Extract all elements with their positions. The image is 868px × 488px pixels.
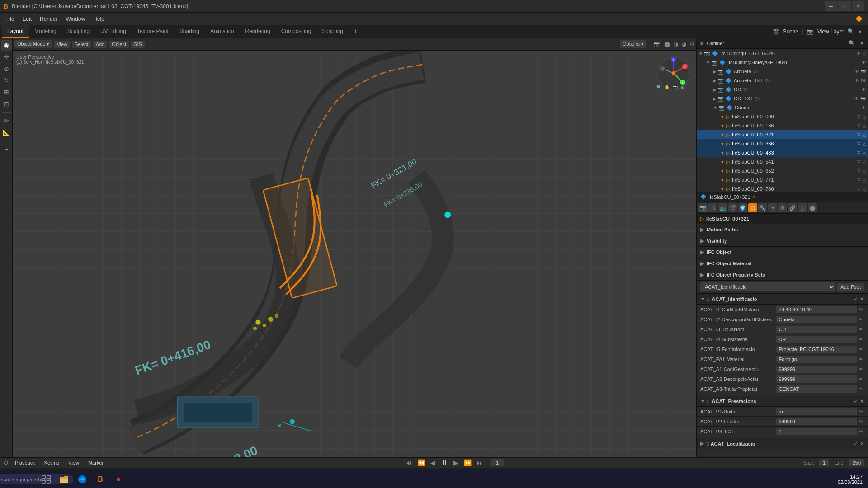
x-icon2[interactable]: ✕ — [860, 398, 864, 404]
start-frame-input[interactable]: 1 — [819, 459, 829, 466]
tab-modeling[interactable]: Modeling — [29, 25, 62, 38]
outliner-item-arqueta[interactable]: ▶ 📷 🔷 Arqueta ▽₇ 👁 📷 — [697, 67, 868, 76]
sidebar-move-icon[interactable]: ⊕ — [1, 63, 12, 74]
prop-value-a3[interactable]: GENCAT — [776, 385, 858, 393]
outliner-item-storey[interactable]: ▼ 📷 🔷 IfcBuildingStorey/GF-19046 👁 — [697, 58, 868, 67]
viewport-options[interactable]: Options ▾ — [620, 40, 646, 48]
viewport-shading-solid-icon[interactable]: ⬤ — [664, 41, 670, 47]
menu-render[interactable]: Render — [36, 15, 61, 23]
ifc-object-header[interactable]: ▶ IFC Object — [697, 247, 868, 258]
navigation-gizmo[interactable]: X -X Y Z — [656, 55, 692, 91]
outliner-item-building[interactable]: ▼ 📷 🔷 IfcBuildingB_CGT-19046 👁 ▽ — [697, 49, 868, 58]
outliner-item-cu136[interactable]: ▼ ▷ IfcSlabCU_00+136 ▽ △ — [697, 121, 868, 130]
close-button[interactable]: ✕ — [852, 1, 864, 11]
play-icon[interactable]: ▶ — [453, 459, 458, 466]
visibility-icon[interactable]: 👁 — [854, 96, 859, 101]
sidebar-cursor-icon[interactable]: ✛ — [1, 52, 12, 62]
x-icon[interactable]: ✕ — [860, 296, 864, 302]
data-props-icon[interactable]: △ — [798, 203, 807, 212]
prop-value-i4[interactable]: DR — [776, 336, 858, 343]
edit-icon-a3[interactable]: ✏ — [857, 385, 864, 393]
outliner-search-icon[interactable]: 🔍 — [849, 40, 855, 46]
prop-value-pa1[interactable]: Formigo — [776, 356, 858, 363]
select-menu[interactable]: Select — [72, 41, 91, 48]
visibility-icon[interactable]: 👁 — [854, 69, 859, 74]
edit-icon-i2[interactable]: ✏ — [857, 316, 864, 323]
outliner-item-cu000[interactable]: ▼ ▷ IfcSlabCU_00+000 ▽ △ — [697, 112, 868, 121]
tab-layout[interactable]: Layout — [2, 25, 29, 38]
jump-start-icon[interactable]: ⏮ — [406, 459, 412, 466]
edit-icon-pa1[interactable]: ✏ — [857, 356, 864, 363]
object-mode-dropdown[interactable]: Object Mode ▾ — [14, 40, 52, 48]
output-props-icon[interactable]: 🖨 — [708, 203, 717, 212]
outliner-item-cu336[interactable]: ▼ ▷ IfcSlabCU_00+336 ▽ △ — [697, 139, 868, 148]
outliner-item-arqueta-txt[interactable]: ▶ 📷 🔷 Arqueta_TXT ▽₇ 👁 📷 — [697, 76, 868, 85]
outliner-filter-icon[interactable]: ▼ — [859, 41, 864, 46]
edit-icon-a2[interactable]: ✏ — [857, 375, 864, 383]
sidebar-measure-icon[interactable]: 📐 — [1, 127, 12, 138]
outliner-item-cu321[interactable]: ▼ ▷ IfcSlabCU_00+321 ▽ △ — [697, 130, 868, 139]
tab-scripting[interactable]: Scripting — [316, 25, 349, 38]
visibility-icon[interactable]: 👁 — [854, 78, 859, 83]
edit-icon-i3[interactable]: ✏ — [857, 326, 864, 333]
sidebar-transform-icon[interactable]: ⊡ — [1, 99, 12, 109]
prop-value-p3[interactable]: 1 — [776, 428, 858, 435]
prop-value-a2[interactable]: 999999 — [776, 375, 858, 383]
outliner-item-cu771[interactable]: ▼ ▷ IfcSlabCU_00+771 ▽ △ — [697, 175, 868, 184]
keying-menu[interactable]: Keying — [42, 459, 62, 466]
particles-props-icon[interactable]: ✦ — [768, 203, 777, 212]
viewport-shading-render-icon[interactable]: ◕ — [682, 41, 686, 47]
checkmark-icon2[interactable]: ✓ — [854, 398, 858, 404]
outliner-item-cu433[interactable]: ▼ ▷ IfcSlabCU_00+433 ▽ △ — [697, 148, 868, 157]
motion-paths-header[interactable]: ▶ Motion Paths — [697, 224, 868, 235]
maximize-button[interactable]: □ — [838, 1, 851, 11]
prev-frame-icon[interactable]: ⏪ — [417, 459, 425, 466]
play-reverse-icon[interactable]: ◀ — [430, 459, 435, 466]
edit-icon-p2[interactable]: ✏ — [857, 418, 864, 425]
menu-window[interactable]: Window — [62, 15, 89, 23]
viewport-overlay-icon[interactable]: ⊙ — [690, 41, 694, 47]
edit-icon-i5[interactable]: ✏ — [857, 346, 864, 353]
visibility-icon[interactable]: 👁 — [862, 105, 866, 110]
blender-taskbar[interactable]: B — [92, 471, 108, 488]
edit-icon-a1[interactable]: ✏ — [857, 366, 864, 373]
edit-icon-p1[interactable]: ✏ — [857, 408, 864, 415]
object-menu[interactable]: Object — [109, 41, 129, 48]
tab-shading[interactable]: Shading — [174, 25, 205, 38]
sidebar-add-icon[interactable]: + — [1, 144, 12, 155]
prop-value-p1[interactable]: m — [776, 408, 858, 415]
scene-props-icon[interactable]: 🎬 — [728, 203, 737, 212]
add-pset-button[interactable]: Add Pset — [837, 283, 864, 291]
prop-value-i1[interactable]: 70.40.30.10.40 — [776, 306, 858, 313]
search-icon[interactable]: 🔍 — [848, 28, 854, 34]
tab-animation[interactable]: Animation — [205, 25, 240, 38]
view-layer-props-icon[interactable]: 📺 — [718, 203, 727, 212]
world-props-icon[interactable]: 🌍 — [738, 203, 747, 212]
pset-expand-icon[interactable]: ▼ — [700, 296, 705, 302]
marker-menu[interactable]: Marker — [85, 459, 106, 466]
edit-icon-i4[interactable]: ✏ — [857, 336, 864, 343]
render-props-icon[interactable]: 📷 — [698, 203, 708, 212]
menu-help[interactable]: Help — [90, 15, 108, 23]
view-menu[interactable]: View — [54, 41, 70, 48]
visibility-icon[interactable]: 👁 — [862, 87, 866, 92]
object-props-icon[interactable]: □ — [748, 203, 757, 212]
menu-file[interactable]: File — [2, 15, 18, 23]
outliner-item-cu652[interactable]: ▼ ▷ IfcSlabCU_00+652 ▽ △ — [697, 166, 868, 175]
ifc-material-header[interactable]: ▶ IFC Object Material — [697, 258, 868, 269]
end-frame-input[interactable]: 250 — [849, 459, 864, 466]
tab-rendering[interactable]: Rendering — [240, 25, 275, 38]
edit-icon-p3[interactable]: ✏ — [857, 428, 864, 435]
jump-end-icon[interactable]: ⏭ — [477, 459, 483, 466]
view-menu-tl[interactable]: View — [66, 459, 82, 466]
next-frame-icon[interactable]: ⏩ — [464, 459, 472, 466]
current-frame-display[interactable]: 1 — [491, 459, 504, 466]
tab-add[interactable]: + — [349, 25, 363, 38]
viewport-shading-material-icon[interactable]: ◑ — [674, 41, 678, 47]
prop-value-p2[interactable]: 999999 — [776, 418, 858, 425]
prop-value-i5[interactable]: Projecte. PC-CGT-19046 — [776, 346, 858, 353]
taskbar-search[interactable]: 🔍 Escribe aquí para buscar — [20, 471, 36, 488]
pset-dropdown[interactable]: ACAT_Identificacio — [700, 282, 835, 291]
minimize-button[interactable]: ─ — [825, 1, 837, 11]
visibility-icon[interactable]: 👁 — [856, 51, 861, 56]
